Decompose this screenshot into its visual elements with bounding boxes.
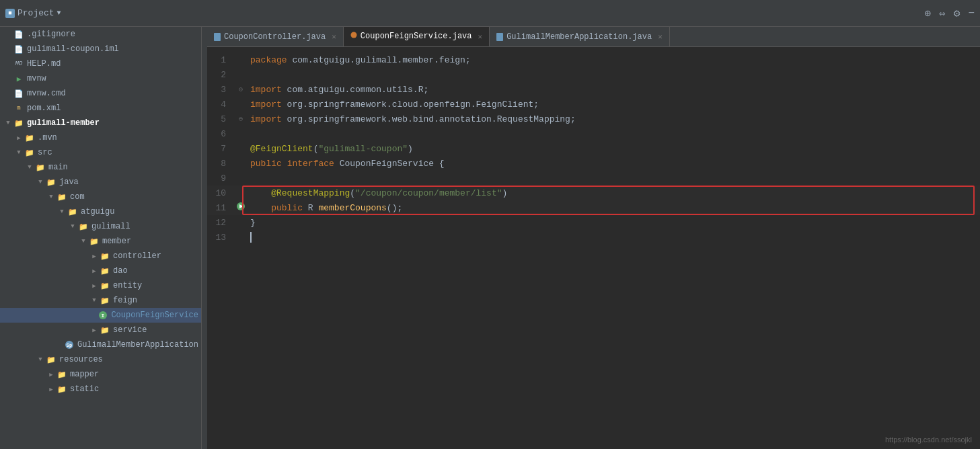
interface-icon: I <box>98 310 108 321</box>
sidebar-item-label: GulimallMemberApplication <box>77 340 198 350</box>
tab-coupon-controller[interactable]: CouponController.java ✕ <box>207 27 344 46</box>
toolbar-left: ■ Project ▼ <box>5 8 153 18</box>
line-content: public interface CouponFeignService { <box>248 159 980 169</box>
list-item[interactable]: 📁 dao <box>0 263 201 278</box>
tab-close-button[interactable]: ✕ <box>478 32 483 41</box>
list-item[interactable]: 📁 atguigu <box>0 204 201 219</box>
sidebar-item-label: mapper <box>70 370 99 379</box>
project-dropdown-icon[interactable]: ▼ <box>57 9 61 17</box>
code-line-3: 3 ⊖ import com.atguigu.common.utils.R; <box>207 82 980 97</box>
project-title: Project <box>17 8 54 18</box>
tab-status-icon <box>350 32 357 41</box>
list-item[interactable]: 📁 gulimall-member <box>0 116 201 130</box>
tree-arrow <box>89 251 100 261</box>
folder-icon: 📁 <box>56 384 67 395</box>
file-icon: ▶ <box>13 73 24 84</box>
list-item[interactable]: 📁 .mvn <box>0 130 201 145</box>
line-content <box>248 232 980 243</box>
tab-gulimall-member-app[interactable]: GulimallMemberApplication.java ✕ <box>490 27 670 46</box>
list-item[interactable]: 📁 static <box>0 382 201 397</box>
list-item[interactable]: 📁 main <box>0 160 201 175</box>
xml-icon: m <box>13 103 24 114</box>
sidebar-item-label: pom.xml <box>27 104 61 113</box>
list-item[interactable]: MD HELP.md <box>0 56 201 71</box>
line-number: 13 <box>207 233 234 243</box>
list-item[interactable]: 📁 src <box>0 145 201 160</box>
tree-arrow <box>3 29 13 40</box>
line-content: package com.atguigu.gulimall.member.feig… <box>248 55 980 65</box>
list-item[interactable]: 📁 service <box>0 323 201 337</box>
folder-icon: 📁 <box>24 132 35 143</box>
list-item[interactable]: 📄 mvnw.cmd <box>0 86 201 101</box>
sidebar-item-label: atguigu <box>81 207 114 216</box>
git-icon: 📄 <box>13 29 24 40</box>
code-line-8: 8 public interface CouponFeignService { <box>207 156 980 171</box>
tree-arrow <box>87 310 98 321</box>
code-line-5: 5 ⊖ import org.springframework.web.bind.… <box>207 112 980 126</box>
sidebar-item-label: HELP.md <box>27 59 61 69</box>
split-button[interactable]: ⇔ <box>939 7 946 20</box>
list-item[interactable]: 📁 member <box>0 234 201 249</box>
tree-arrow <box>3 58 13 69</box>
tree-arrow <box>89 280 100 291</box>
line-content: @RequestMapping("/coupon/coupon/member/l… <box>248 188 980 198</box>
folder-icon: 📁 <box>13 118 24 128</box>
list-item[interactable]: 📄 .gitignore <box>0 27 201 42</box>
code-line-1: 1 package com.atguigu.gulimall.member.fe… <box>207 52 980 67</box>
code-line-2: 2 <box>207 67 980 82</box>
code-line-7: 7 @FeignClient("gulimall-coupon") <box>207 141 980 156</box>
settings-button[interactable]: ⚙ <box>954 7 960 20</box>
tree-arrow <box>89 295 100 306</box>
src-folder-icon: 📁 <box>24 147 35 158</box>
list-item[interactable]: I CouponFeignService <box>0 308 201 323</box>
line-content: import org.springframework.cloud.openfei… <box>248 99 980 110</box>
list-item[interactable]: 📁 java <box>0 175 201 190</box>
toolbar: ■ Project ▼ ⊕ ⇔ ⚙ − <box>0 0 980 27</box>
folder-icon: 📁 <box>100 266 110 276</box>
code-line-9: 9 <box>207 171 980 186</box>
folder-icon: 📁 <box>56 192 67 202</box>
line-content: import org.springframework.web.bind.anno… <box>248 114 980 124</box>
tree-arrow <box>46 384 56 395</box>
sidebar-item-label: gulimall <box>91 222 130 231</box>
list-item[interactable]: ▶ mvnw <box>0 71 201 86</box>
line-number: 11 <box>207 203 234 213</box>
add-button[interactable]: ⊕ <box>924 7 931 20</box>
sidebar-item-label: main <box>48 163 68 172</box>
line-content: @FeignClient("gulimall-coupon") <box>248 144 980 154</box>
sidebar-item-label: mvnw.cmd <box>27 89 66 98</box>
tree-arrow <box>78 236 89 247</box>
lines-container: 1 package com.atguigu.gulimall.member.fe… <box>207 47 980 250</box>
list-item[interactable]: 📁 gulimall <box>0 219 201 234</box>
list-item[interactable]: 📁 feign <box>0 293 201 308</box>
tree-arrow <box>3 73 13 84</box>
tree-arrow <box>53 339 64 350</box>
list-item[interactable]: Sp GulimallMemberApplication <box>0 337 201 352</box>
sidebar-scrollbar[interactable] <box>202 27 207 449</box>
tab-coupon-feign-service[interactable]: CouponFeignService.java ✕ <box>344 27 490 47</box>
list-item[interactable]: 📁 controller <box>0 249 201 263</box>
list-item[interactable]: 📁 resources <box>0 352 201 367</box>
tab-close-button[interactable]: ✕ <box>332 32 336 41</box>
list-item[interactable]: 📁 mapper <box>0 367 201 382</box>
line-number: 12 <box>207 218 234 228</box>
sidebar-item-label: static <box>70 384 99 394</box>
tab-close-button[interactable]: ✕ <box>658 32 663 41</box>
sidebar-item-label: member <box>102 237 131 246</box>
line-content: public R memberCoupons(); <box>248 203 980 213</box>
tree-arrow <box>56 206 67 217</box>
line-number: 2 <box>207 70 234 80</box>
list-item[interactable]: m pom.xml <box>0 101 201 116</box>
list-item[interactable]: 📄 gulimall-coupon.iml <box>0 42 201 56</box>
list-item[interactable]: 📁 com <box>0 190 201 204</box>
minimize-button[interactable]: − <box>968 7 975 19</box>
folder-icon: 📁 <box>67 206 78 217</box>
tab-label: CouponController.java <box>224 32 326 42</box>
code-line-11: 11 public R memberCoupons(); <box>207 200 980 215</box>
tree-arrow <box>3 44 13 54</box>
line-content <box>248 173 980 183</box>
tab-bar: CouponController.java ✕ CouponFeignServi… <box>207 27 980 47</box>
sidebar-item-label: gulimall-coupon.iml <box>27 44 119 54</box>
code-line-4: 4 import org.springframework.cloud.openf… <box>207 97 980 112</box>
list-item[interactable]: 📁 entity <box>0 278 201 293</box>
